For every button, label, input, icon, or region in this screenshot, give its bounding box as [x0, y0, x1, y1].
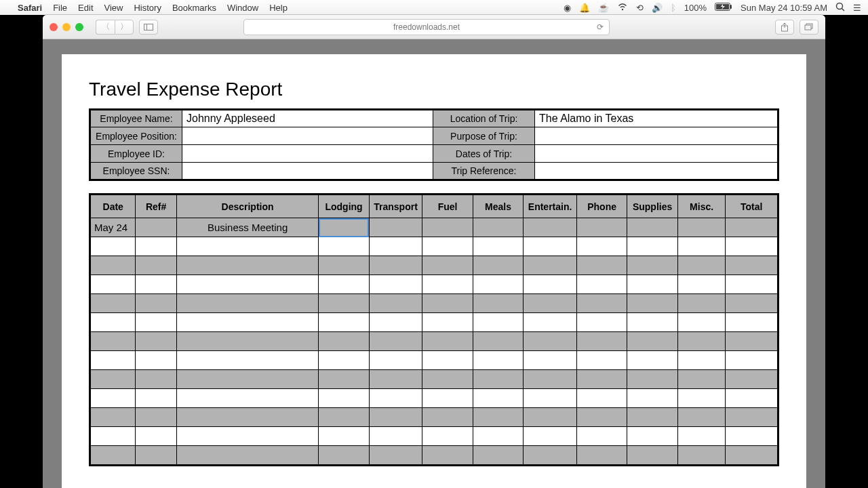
cell-total[interactable]	[726, 351, 778, 370]
cell-lodging[interactable]	[319, 370, 370, 389]
cell-entertain[interactable]	[524, 446, 577, 465]
cell-supplies[interactable]	[627, 351, 678, 370]
cell-supplies[interactable]	[627, 218, 678, 237]
cell-desc[interactable]	[176, 370, 318, 389]
cell-supplies[interactable]	[627, 370, 678, 389]
timemachine-icon[interactable]: ⟲	[636, 3, 644, 13]
cell-date[interactable]: May 24	[91, 218, 136, 237]
cell-ref[interactable]	[136, 218, 176, 237]
cell-phone[interactable]	[576, 332, 627, 351]
cell-desc[interactable]	[176, 256, 318, 275]
cell-lodging[interactable]	[319, 294, 370, 313]
back-button[interactable]: 〈	[96, 20, 115, 35]
cell-fuel[interactable]	[422, 446, 473, 465]
cell-misc[interactable]	[677, 237, 725, 256]
menu-window[interactable]: Window	[227, 3, 258, 13]
cell-total[interactable]	[726, 313, 778, 332]
cell-total[interactable]	[726, 389, 778, 408]
cell-lodging[interactable]	[319, 427, 370, 446]
battery-icon[interactable]	[715, 3, 732, 13]
cell-phone[interactable]	[576, 256, 627, 275]
cell-lodging[interactable]	[319, 408, 370, 427]
cell-total[interactable]	[726, 446, 778, 465]
cell-phone[interactable]	[576, 389, 627, 408]
target-icon[interactable]: ◉	[564, 3, 571, 13]
cell-ref[interactable]	[136, 408, 176, 427]
close-button[interactable]	[50, 23, 58, 31]
cell-lodging[interactable]	[319, 218, 370, 237]
cell-entertain[interactable]	[524, 370, 577, 389]
cell-supplies[interactable]	[627, 294, 678, 313]
cell-fuel[interactable]	[422, 351, 473, 370]
cell-total[interactable]	[726, 332, 778, 351]
field-trip-reference[interactable]	[535, 163, 778, 180]
cell-desc[interactable]	[176, 294, 318, 313]
cell-transport[interactable]	[369, 389, 422, 408]
field-employee-id[interactable]	[182, 145, 433, 163]
cell-lodging[interactable]	[319, 256, 370, 275]
cell-fuel[interactable]	[422, 218, 473, 237]
cell-ref[interactable]	[136, 389, 176, 408]
cell-date[interactable]	[91, 351, 136, 370]
cell-fuel[interactable]	[422, 408, 473, 427]
cell-desc[interactable]	[176, 446, 318, 465]
cell-meals[interactable]	[473, 237, 524, 256]
cell-fuel[interactable]	[422, 389, 473, 408]
cell-meals[interactable]	[473, 351, 524, 370]
cell-total[interactable]	[726, 218, 778, 237]
coffee-icon[interactable]: ☕	[598, 3, 609, 13]
tabs-button[interactable]	[800, 20, 818, 35]
cell-phone[interactable]	[576, 218, 627, 237]
cell-entertain[interactable]	[524, 275, 577, 294]
cell-phone[interactable]	[576, 237, 627, 256]
cell-transport[interactable]	[369, 408, 422, 427]
cell-ref[interactable]	[136, 275, 176, 294]
menu-help[interactable]: Help	[269, 3, 288, 13]
cell-lodging[interactable]	[319, 313, 370, 332]
cell-supplies[interactable]	[627, 313, 678, 332]
cell-meals[interactable]	[473, 275, 524, 294]
cell-transport[interactable]	[369, 256, 422, 275]
cell-total[interactable]	[726, 427, 778, 446]
cell-fuel[interactable]	[422, 313, 473, 332]
cell-fuel[interactable]	[422, 332, 473, 351]
cell-lodging[interactable]	[319, 237, 370, 256]
cell-ref[interactable]	[136, 446, 176, 465]
app-name[interactable]: Safari	[18, 3, 42, 13]
cell-transport[interactable]	[369, 446, 422, 465]
cell-desc[interactable]	[176, 332, 318, 351]
field-location[interactable]: The Alamo in Texas	[535, 110, 778, 127]
cell-total[interactable]	[726, 370, 778, 389]
cell-lodging[interactable]	[319, 351, 370, 370]
cell-date[interactable]	[91, 237, 136, 256]
cell-misc[interactable]	[677, 446, 725, 465]
cell-supplies[interactable]	[627, 275, 678, 294]
menu-view[interactable]: View	[104, 3, 123, 13]
cell-meals[interactable]	[473, 256, 524, 275]
cell-desc[interactable]	[176, 408, 318, 427]
cell-misc[interactable]	[677, 275, 725, 294]
cell-fuel[interactable]	[422, 237, 473, 256]
minimize-button[interactable]	[62, 23, 71, 31]
cell-lodging[interactable]	[319, 446, 370, 465]
cell-desc[interactable]	[176, 237, 318, 256]
cell-transport[interactable]	[369, 351, 422, 370]
cell-date[interactable]	[91, 446, 136, 465]
cell-meals[interactable]	[473, 427, 524, 446]
cell-misc[interactable]	[677, 294, 725, 313]
cell-phone[interactable]	[576, 294, 627, 313]
cell-entertain[interactable]	[524, 294, 577, 313]
cell-misc[interactable]	[677, 351, 725, 370]
cell-transport[interactable]	[369, 332, 422, 351]
cell-ref[interactable]	[136, 351, 176, 370]
cell-ref[interactable]	[136, 427, 176, 446]
field-purpose[interactable]	[535, 127, 778, 145]
cell-lodging[interactable]	[319, 275, 370, 294]
cell-meals[interactable]	[473, 370, 524, 389]
cell-entertain[interactable]	[524, 218, 577, 237]
cell-fuel[interactable]	[422, 294, 473, 313]
menu-edit[interactable]: Edit	[78, 3, 93, 13]
cell-lodging[interactable]	[319, 389, 370, 408]
cell-fuel[interactable]	[422, 256, 473, 275]
cell-transport[interactable]	[369, 218, 422, 237]
